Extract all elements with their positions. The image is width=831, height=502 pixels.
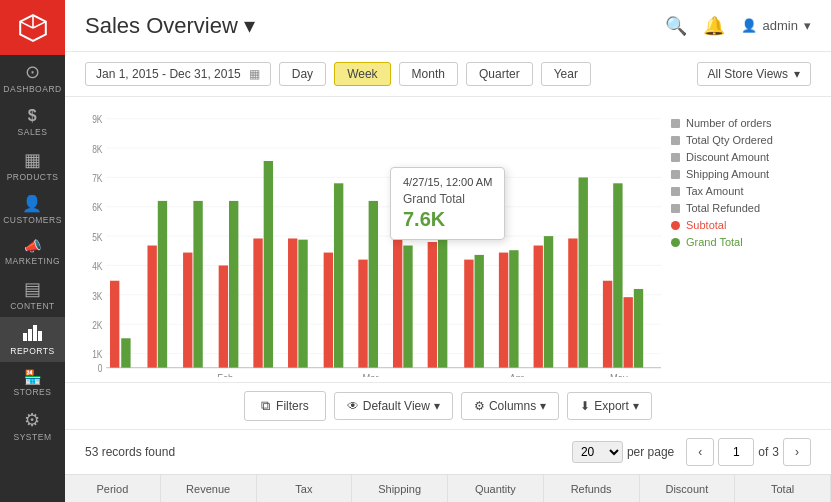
- svg-text:May: May: [610, 371, 628, 377]
- search-icon[interactable]: 🔍: [665, 15, 687, 37]
- pagination-prev-button[interactable]: ‹: [686, 438, 714, 466]
- legend-dot-num-orders: [671, 119, 680, 128]
- table-header: Period Revenue Tax Shipping Quantity Ref…: [65, 474, 831, 502]
- svg-rect-43: [438, 183, 447, 367]
- main-content: Sales Overview ▾ 🔍 🔔 👤 admin ▾ Jan 1, 20…: [65, 0, 831, 502]
- sidebar-item-stores[interactable]: 🏪 Stores: [0, 362, 65, 403]
- period-year-button[interactable]: Year: [541, 62, 591, 86]
- page-title-text: Sales Overview: [85, 13, 238, 39]
- columns-icon: ⚙: [474, 399, 485, 413]
- legend-label-subtotal: Subtotal: [686, 219, 726, 231]
- calendar-icon: ▦: [249, 67, 260, 81]
- svg-rect-51: [579, 177, 588, 367]
- products-icon: ▦: [24, 151, 42, 169]
- period-quarter-button[interactable]: Quarter: [466, 62, 533, 86]
- svg-rect-46: [499, 253, 508, 368]
- export-label: Export: [594, 399, 629, 413]
- sales-chart: 9K 8K 7K 6K 5K 4K 3K 2K 1K 0: [80, 107, 661, 377]
- legend-item-grand-total: Grand Total: [671, 236, 816, 248]
- svg-text:5K: 5K: [92, 231, 103, 243]
- system-icon: ⚙: [24, 411, 41, 429]
- svg-rect-45: [475, 255, 484, 368]
- columns-button[interactable]: ⚙ Columns ▾: [461, 392, 559, 420]
- table-header-quantity: Quantity: [448, 475, 544, 502]
- sidebar-label-reports: Reports: [10, 346, 54, 356]
- table-header-tax: Tax: [257, 475, 353, 502]
- legend-label-refunded: Total Refunded: [686, 202, 760, 214]
- legend-dot-total-qty: [671, 136, 680, 145]
- pagination-total: 3: [772, 445, 779, 459]
- pagination-next-button[interactable]: ›: [783, 438, 811, 466]
- pagination-of-label: of: [758, 445, 768, 459]
- table-header-shipping: Shipping: [352, 475, 448, 502]
- title-dropdown-arrow[interactable]: ▾: [244, 13, 255, 39]
- legend-label-tax: Tax Amount: [686, 185, 743, 197]
- table-header-revenue: Revenue: [161, 475, 257, 502]
- per-page-label: per page: [627, 445, 674, 459]
- period-month-button[interactable]: Month: [399, 62, 458, 86]
- svg-rect-31: [229, 201, 238, 368]
- export-button[interactable]: ⬇ Export ▾: [567, 392, 652, 420]
- sidebar-label-marketing: Marketing: [5, 256, 60, 266]
- svg-rect-54: [624, 297, 633, 367]
- sidebar-label-system: System: [14, 432, 52, 442]
- pagination-page-input[interactable]: [718, 438, 754, 466]
- svg-rect-25: [121, 338, 130, 367]
- svg-text:6K: 6K: [92, 202, 103, 214]
- sidebar: ⊙ Dashboard $ Sales ▦ Products 👤 Custome…: [0, 0, 65, 502]
- sidebar-item-system[interactable]: ⚙ System: [0, 403, 65, 448]
- legend-item-refunded: Total Refunded: [671, 202, 816, 214]
- period-week-button[interactable]: Week: [334, 62, 390, 86]
- svg-rect-49: [544, 236, 553, 367]
- sidebar-label-dashboard: Dashboard: [3, 84, 61, 94]
- table-header-total: Total: [735, 475, 831, 502]
- sidebar-item-content[interactable]: ▤ Content: [0, 272, 65, 317]
- sidebar-logo: [0, 0, 65, 55]
- sidebar-label-sales: Sales: [18, 127, 48, 137]
- filters-button[interactable]: ⧉ Filters: [244, 391, 326, 421]
- svg-rect-34: [288, 238, 297, 367]
- sidebar-item-products[interactable]: ▦ Products: [0, 143, 65, 188]
- sidebar-label-stores: Stores: [14, 387, 52, 397]
- chart-container: 9K 8K 7K 6K 5K 4K 3K 2K 1K 0: [65, 97, 831, 382]
- svg-text:2K: 2K: [92, 319, 103, 331]
- svg-rect-0: [23, 333, 27, 341]
- view-label: Default View: [363, 399, 430, 413]
- user-dropdown-arrow: ▾: [804, 18, 811, 33]
- export-icon: ⬇: [580, 399, 590, 413]
- sidebar-item-reports[interactable]: Reports: [0, 317, 65, 362]
- export-dropdown-arrow: ▾: [633, 399, 639, 413]
- columns-dropdown-arrow: ▾: [540, 399, 546, 413]
- svg-text:Feb: Feb: [217, 371, 233, 377]
- svg-text:9K: 9K: [92, 113, 103, 125]
- sales-icon: $: [28, 108, 37, 124]
- store-view-selector[interactable]: All Store Views ▾: [697, 62, 811, 86]
- sidebar-item-dashboard[interactable]: ⊙ Dashboard: [0, 55, 65, 100]
- svg-rect-29: [193, 201, 202, 368]
- store-view-arrow: ▾: [794, 67, 800, 81]
- svg-rect-28: [183, 253, 192, 368]
- legend-dot-subtotal: [671, 221, 680, 230]
- svg-rect-38: [358, 260, 367, 368]
- content-icon: ▤: [24, 280, 42, 298]
- user-avatar-icon: 👤: [741, 18, 757, 33]
- date-toolbar: Jan 1, 2015 - Dec 31, 2015 ▦ Day Week Mo…: [65, 52, 831, 97]
- filters-label: Filters: [276, 399, 309, 413]
- svg-text:1K: 1K: [92, 348, 103, 360]
- svg-text:Mar: Mar: [362, 371, 379, 377]
- period-day-button[interactable]: Day: [279, 62, 326, 86]
- sidebar-item-marketing[interactable]: 📣 Marketing: [0, 231, 65, 272]
- notification-icon[interactable]: 🔔: [703, 15, 725, 37]
- legend-label-total-qty: Total Qty Ordered: [686, 134, 773, 146]
- user-menu[interactable]: 👤 admin ▾: [741, 18, 811, 33]
- sidebar-item-customers[interactable]: 👤 Customers: [0, 188, 65, 231]
- legend-item-shipping: Shipping Amount: [671, 168, 816, 180]
- svg-rect-41: [403, 246, 412, 368]
- date-range-picker[interactable]: Jan 1, 2015 - Dec 31, 2015 ▦: [85, 62, 271, 86]
- per-page-select-input[interactable]: 20 50 100: [572, 441, 623, 463]
- sidebar-item-sales[interactable]: $ Sales: [0, 100, 65, 143]
- default-view-button[interactable]: 👁 Default View ▾: [334, 392, 453, 420]
- sidebar-label-customers: Customers: [3, 215, 62, 225]
- legend-label-discount: Discount Amount: [686, 151, 769, 163]
- svg-rect-26: [147, 246, 156, 368]
